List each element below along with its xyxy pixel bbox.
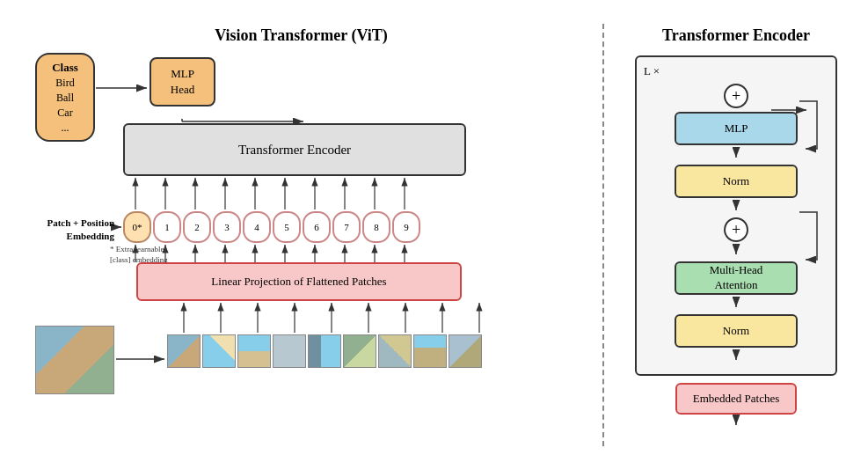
patch-token-6: 6 [303,211,331,243]
img-patch-4 [273,334,306,368]
image-patches-row [167,334,482,368]
patch-token-4: 4 [243,211,271,243]
patch-token-3: 3 [213,211,241,243]
encoder-section: Transformer Encoder L × + MLP Norm [613,18,859,452]
img-patch-6 [343,334,376,368]
arrow-norm2-down [727,349,745,365]
class-box: Class BirdBallCar... [35,53,95,142]
enc-mha-block: Multi-HeadAttention [675,261,798,295]
section-divider [602,24,604,446]
patch-token-2: 2 [183,211,211,243]
img-patch-1 [167,334,201,368]
img-patch-3 [237,334,271,368]
arrow-norm1-to-plus [727,200,745,216]
linear-proj-box: Linear Projection of Flattened Patches [136,262,462,301]
img-patch-8 [413,334,447,368]
img-patch-5 [308,334,341,368]
plus-circle-top: + [724,84,748,108]
vit-section: Vision Transformer (ViT) Class BirdBallC… [9,18,594,452]
lx-label: L × [644,64,660,78]
img-patch-9 [449,334,482,368]
encoder-inner: + MLP Norm + [651,84,821,365]
patch-pos-label: Patch + PositionEmbedding [9,217,114,244]
patch-token-7: 7 [332,211,361,243]
enc-norm2-block: Norm [675,314,798,348]
vit-title: Vision Transformer (ViT) [215,26,388,45]
embedded-patches-box: Embedded Patches [675,383,798,415]
transformer-encoder-main-box: Transformer Encoder [123,123,466,176]
class-patch-token: 0* [123,211,151,243]
patch-embed-row: 0* 1 2 3 4 5 6 7 8 9 [123,211,420,243]
arrow-to-plus-top [771,101,815,119]
arrow-mlp-to-norm [727,147,745,163]
class-items: BirdBallCar... [55,77,74,133]
original-image [35,326,114,394]
img-patch-2 [202,334,236,368]
enc-norm1-block: Norm [675,165,798,198]
arrow-plus-to-mha [727,244,745,260]
img-patch-7 [378,334,412,368]
arrow-mha-to-norm2 [727,297,745,312]
class-label: Class [52,61,78,74]
patch-token-5: 5 [273,211,301,243]
plus-circle-bottom: + [724,217,748,242]
patch-token-9: 9 [392,211,420,243]
patch-token-1: 1 [153,211,181,243]
mlp-head-box: MLPHead [150,57,215,106]
arrow-embedded-to-encoder [727,415,745,430]
patch-token-8: 8 [362,211,390,243]
encoder-title: Transformer Encoder [662,26,810,45]
encoder-box: L × + MLP Norm [635,55,837,376]
